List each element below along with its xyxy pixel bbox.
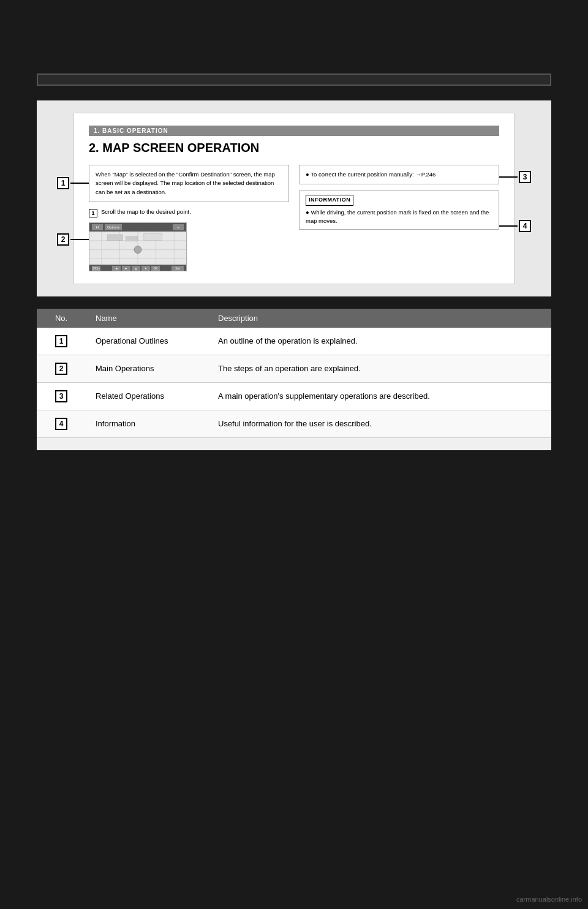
manual-page-body: When "Map" is selected on the "Confirm D…	[89, 165, 499, 271]
map-nav-1: ◄	[112, 266, 121, 271]
manual-outer: 1. BASIC OPERATION 2. MAP SCREEN OPERATI…	[37, 100, 551, 296]
table-row: 2 Main Operations The steps of an operat…	[37, 355, 551, 382]
map-dest: Set	[172, 266, 184, 271]
col-header-no: No.	[37, 309, 86, 328]
indicator-num-2: 2	[57, 233, 69, 246]
table-row: 1 Operational Outlines An outline of the…	[37, 328, 551, 355]
row-2-name: Main Operations	[86, 355, 208, 382]
table-row: 3 Related Operations A main operation's …	[37, 382, 551, 410]
row-4-description: Useful information for the user is descr…	[208, 410, 551, 437]
map-ok: OK	[151, 266, 160, 271]
step-text-1: Scroll the map to the desired point.	[101, 208, 191, 215]
step-num-1: 1	[89, 209, 97, 217]
manual-page: 1. BASIC OPERATION 2. MAP SCREEN OPERATI…	[74, 113, 514, 284]
map-btn-options: Options	[105, 224, 122, 230]
row-3-description: A main operation's supplementary operati…	[208, 382, 551, 410]
svg-rect-9	[126, 236, 138, 241]
step-line-1: 1 Scroll the map to the desired point.	[89, 208, 289, 217]
indicator-4: 4	[499, 220, 531, 232]
fake-map: H Options +	[89, 222, 187, 271]
related-op-box: ● To correct the current position manual…	[299, 165, 499, 184]
row-4-no: 4	[37, 410, 86, 437]
related-op-text: ● To correct the current position manual…	[306, 171, 435, 178]
row-num-3: 3	[55, 390, 67, 402]
table-header-row: No. Name Description	[37, 309, 551, 328]
map-zoom-out: 200m	[92, 266, 100, 271]
indicator-num-4: 4	[519, 220, 531, 232]
indicator-num-1: 1	[57, 177, 69, 189]
map-btn-plus: +	[173, 224, 184, 230]
manual-section-label: 1. BASIC OPERATION	[89, 126, 499, 136]
info-box: INFORMATION ● While driving, the current…	[299, 190, 499, 230]
info-box-text: ● While driving, the current position ma…	[306, 208, 492, 226]
row-num-1: 1	[55, 335, 67, 347]
content-left: When "Map" is selected on the "Confirm D…	[89, 165, 289, 271]
row-3-name: Related Operations	[86, 382, 208, 410]
map-nav-4: ▼	[141, 266, 150, 271]
svg-rect-8	[108, 235, 123, 241]
info-table: No. Name Description 1 Operational Outli…	[37, 309, 551, 438]
header-bar	[37, 74, 551, 86]
row-2-description: The steps of an operation are explained.	[208, 355, 551, 382]
row-1-no: 1	[37, 328, 86, 355]
indicator-3: 3	[499, 171, 531, 183]
map-bottom-bar: 200m ◄ ► ▲ ▼ OK Set	[89, 265, 186, 271]
map-nav-3: ▲	[132, 266, 140, 271]
indicator-1: 1	[57, 177, 89, 189]
row-num-2: 2	[55, 363, 67, 375]
main-text-box: When "Map" is selected on the "Confirm D…	[89, 165, 289, 202]
row-2-no: 2	[37, 355, 86, 382]
col-header-description: Description	[208, 309, 551, 328]
row-1-name: Operational Outlines	[86, 328, 208, 355]
col-header-name: Name	[86, 309, 208, 328]
map-svg	[89, 232, 186, 264]
row-num-4: 4	[55, 418, 67, 430]
row-1-description: An outline of the operation is explained…	[208, 328, 551, 355]
content-right: ● To correct the current position manual…	[299, 165, 499, 271]
watermark: carmanualsonline.info	[516, 896, 582, 903]
indicator-num-3: 3	[519, 171, 531, 183]
map-toolbar: H Options +	[89, 223, 186, 232]
map-btn-h: H	[92, 224, 103, 230]
table-row: 4 Information Useful information for the…	[37, 410, 551, 437]
map-body	[89, 232, 186, 265]
row-3-no: 3	[37, 382, 86, 410]
indicator-2: 2	[57, 233, 89, 246]
table-section: No. Name Description 1 Operational Outli…	[37, 309, 551, 450]
manual-title: 2. MAP SCREEN OPERATION	[89, 141, 499, 155]
svg-rect-10	[144, 233, 162, 241]
svg-point-11	[134, 246, 141, 253]
row-4-name: Information	[86, 410, 208, 437]
page-wrapper: 1. BASIC OPERATION 2. MAP SCREEN OPERATI…	[0, 0, 588, 909]
info-box-label: INFORMATION	[306, 195, 353, 206]
map-nav-2: ►	[122, 266, 130, 271]
